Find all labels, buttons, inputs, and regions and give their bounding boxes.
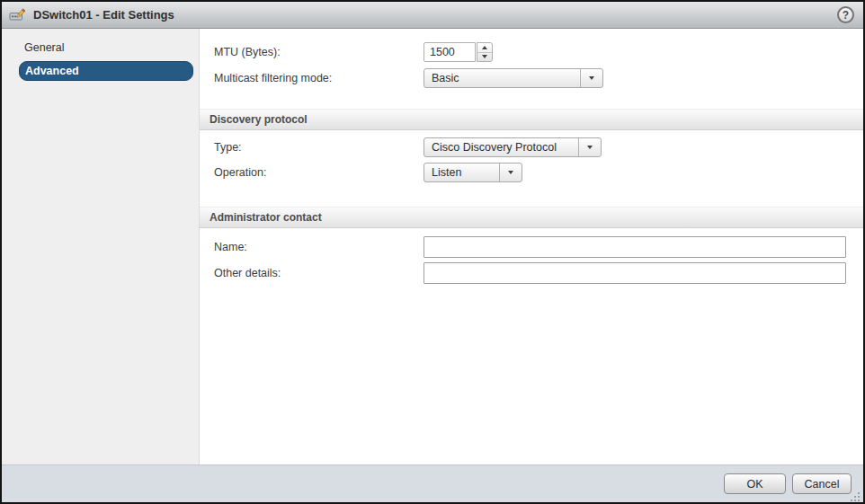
dialog-footer: OK Cancel bbox=[2, 464, 863, 502]
dialog-body: General Advanced MTU (Bytes): bbox=[2, 29, 863, 464]
dropdown-arrow-icon bbox=[508, 171, 513, 174]
sidebar-item-label: General bbox=[24, 41, 64, 54]
name-label: Name: bbox=[200, 241, 424, 253]
discovery-type-value: Cisco Discovery Protocol bbox=[424, 141, 578, 154]
help-icon: ? bbox=[843, 10, 849, 21]
settings-nav: General Advanced bbox=[2, 29, 200, 464]
discovery-type-dropdown[interactable]: Cisco Discovery Protocol bbox=[424, 137, 602, 157]
resize-grip[interactable] bbox=[851, 490, 861, 500]
operation-label: Operation: bbox=[200, 166, 424, 179]
other-details-label: Other details: bbox=[200, 267, 424, 279]
sidebar-item-label: Advanced bbox=[25, 65, 79, 77]
name-input[interactable] bbox=[424, 236, 846, 258]
discovery-protocol-section-header: Discovery protocol bbox=[200, 109, 863, 130]
mtu-row: MTU (Bytes): bbox=[200, 42, 863, 62]
dropdown-arrow-button[interactable] bbox=[578, 138, 601, 156]
ok-button[interactable]: OK bbox=[724, 473, 786, 494]
operation-value: Listen bbox=[424, 166, 499, 179]
cancel-button[interactable]: Cancel bbox=[792, 473, 852, 494]
mtu-spinner bbox=[424, 42, 493, 62]
mtu-spinner-up-button[interactable] bbox=[477, 43, 492, 52]
dialog-titlebar: DSwitch01 - Edit Settings ? bbox=[2, 2, 863, 29]
section-title: Administrator contact bbox=[210, 211, 322, 224]
dropdown-arrow-icon bbox=[587, 146, 593, 149]
sidebar-item-general[interactable]: General bbox=[19, 38, 193, 57]
multicast-row: Multicast filtering mode: Basic bbox=[200, 68, 863, 88]
dropdown-arrow-icon bbox=[589, 76, 594, 80]
multicast-mode-value: Basic bbox=[424, 72, 580, 84]
administrator-contact-section-header: Administrator contact bbox=[200, 207, 863, 228]
down-arrow-icon bbox=[482, 55, 487, 58]
dropdown-arrow-button[interactable] bbox=[499, 164, 522, 181]
advanced-settings-panel: MTU (Bytes): Multicast filtering mode bbox=[200, 29, 863, 464]
admin-name-row: Name: bbox=[200, 236, 863, 258]
help-button[interactable]: ? bbox=[837, 6, 854, 23]
other-details-input[interactable] bbox=[424, 262, 846, 284]
section-title: Discovery protocol bbox=[210, 113, 308, 126]
multicast-mode-dropdown[interactable]: Basic bbox=[424, 68, 603, 88]
admin-other-details-row: Other details: bbox=[200, 262, 863, 284]
edit-settings-dialog: DSwitch01 - Edit Settings ? General Adva… bbox=[0, 0, 865, 504]
distributed-switch-edit-icon bbox=[9, 8, 27, 22]
type-label: Type: bbox=[200, 141, 424, 154]
sidebar-item-advanced[interactable]: Advanced bbox=[19, 61, 193, 81]
dropdown-arrow-button[interactable] bbox=[580, 69, 602, 87]
operation-dropdown[interactable]: Listen bbox=[424, 163, 522, 182]
discovery-type-row: Type: Cisco Discovery Protocol bbox=[200, 137, 863, 157]
operation-row: Operation: Listen bbox=[200, 163, 863, 182]
up-arrow-icon bbox=[482, 46, 487, 49]
multicast-mode-label: Multicast filtering mode: bbox=[200, 72, 424, 84]
mtu-input[interactable] bbox=[424, 42, 476, 62]
mtu-stepper bbox=[477, 42, 493, 62]
mtu-spinner-down-button[interactable] bbox=[477, 52, 492, 62]
mtu-label: MTU (Bytes): bbox=[200, 46, 424, 58]
dialog-title: DSwitch01 - Edit Settings bbox=[33, 8, 174, 22]
